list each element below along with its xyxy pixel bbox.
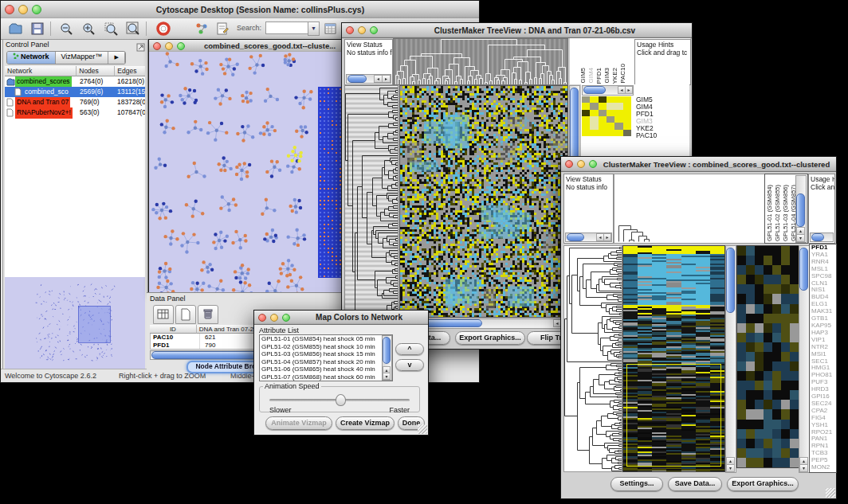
attribute-list-scrollbar[interactable]: ▴ ▾ <box>382 335 392 381</box>
tab-network[interactable]: Network <box>7 52 56 64</box>
resize-grip[interactable] <box>826 488 835 498</box>
col-edges[interactable]: Edges <box>115 66 145 76</box>
minimize-icon[interactable] <box>577 160 585 168</box>
dialog-title-bar[interactable]: Map Colors to Network <box>254 311 428 325</box>
attribute-item[interactable]: GPL51-06 (GSM865) heat shock 40 min <box>260 365 392 373</box>
attribute-item[interactable]: GPL51-07 (GSM868) heat shock 60 min <box>260 373 392 381</box>
minimize-icon[interactable] <box>358 26 366 34</box>
zoom-in-icon[interactable] <box>79 20 98 37</box>
zoom-window-icon[interactable] <box>370 26 378 34</box>
usage-hints-panel: Usage Hints Click and drag tc <box>634 39 691 85</box>
row-dendrogram[interactable] <box>563 245 622 472</box>
close-icon[interactable] <box>258 314 266 322</box>
help-lifebuoy-icon[interactable] <box>154 20 173 37</box>
zoom-window-icon[interactable] <box>589 160 597 168</box>
treeview2-title-bar[interactable]: ClusterMaker TreeView : combined_scores_… <box>561 157 836 172</box>
gene-label[interactable]: MON2 <box>811 464 836 471</box>
network-view-title: combined_scores_good.txt--cluste... <box>185 41 355 50</box>
resize-grip[interactable] <box>418 424 427 434</box>
network-view-title-bar[interactable]: combined_scores_good.txt--cluste... <box>149 40 355 53</box>
search-input[interactable] <box>265 21 308 34</box>
attribute-item[interactable]: GPL51-03 (GSM856) heat shock 15 min <box>260 350 392 358</box>
search-dropdown-button[interactable]: ▼ <box>308 21 320 36</box>
speed-slider-thumb[interactable] <box>336 394 346 406</box>
save-data-button[interactable]: Save Data... <box>668 477 722 491</box>
animation-speed-group: Animation Speed Slower Faster <box>259 382 420 412</box>
toolbar-divider <box>50 21 51 36</box>
settings-button[interactable]: Settings... <box>610 477 663 491</box>
zoom-fit-icon[interactable] <box>124 20 143 37</box>
save-icon[interactable] <box>28 20 47 37</box>
zoom-window-icon[interactable] <box>177 42 185 50</box>
map-colors-dialog: Map Colors to Network Attribute List GPL… <box>253 310 429 436</box>
zoom-heatmap[interactable] <box>582 96 631 136</box>
view-status-scrollbar[interactable]: ◂ ▸ <box>346 74 391 84</box>
column-label-vscrollbar[interactable]: ▴ ▾ <box>795 175 807 243</box>
usage-hints-scrollbar[interactable] <box>810 232 834 242</box>
view-status-title: View Status <box>345 40 392 49</box>
zoom-vscrollbar[interactable]: ▴ ▾ <box>799 245 810 473</box>
tab-vizmapper[interactable]: VizMapper™ <box>56 52 109 64</box>
column-dendrogram[interactable] <box>614 174 765 244</box>
minimize-icon[interactable] <box>270 314 278 322</box>
network-row[interactable]: DNA and Tran 07769(0)183728(0) <box>5 97 145 107</box>
zoom-heatmap[interactable] <box>736 245 799 468</box>
tab-overflow-arrow[interactable]: ▶ <box>108 52 124 64</box>
network-edges: 183728(0) <box>117 98 145 106</box>
row-dendrogram[interactable] <box>344 85 398 318</box>
attribute-item[interactable]: GPL51-01 (GSM854) heat shock 05 min <box>260 335 392 343</box>
minimize-icon[interactable] <box>18 5 28 14</box>
close-icon[interactable] <box>565 160 573 168</box>
gene-label[interactable]: PAC10 <box>636 132 689 139</box>
close-icon[interactable] <box>346 26 354 34</box>
id-column-header[interactable]: ID <box>150 325 197 334</box>
col-nodes[interactable]: Nodes <box>77 66 115 76</box>
animation-speed-label: Animation Speed <box>263 382 321 390</box>
zoom-hscrollbar[interactable]: ◂ ▸ <box>582 85 634 96</box>
move-down-button[interactable]: v <box>395 359 424 371</box>
delete-attribute-trash-icon[interactable] <box>198 305 218 324</box>
open-folder-icon[interactable] <box>6 20 25 37</box>
attribute-select-icon[interactable] <box>153 305 174 324</box>
close-icon[interactable] <box>5 5 14 14</box>
new-attribute-icon[interactable] <box>175 305 196 324</box>
column-dendrogram[interactable] <box>393 38 568 85</box>
usage-hints-panel: Usage Hi Click an <box>808 174 835 244</box>
network-canvas[interactable] <box>149 52 353 292</box>
network-row[interactable]: RNAPuberNov2+!563(0)107847(0) <box>5 107 145 118</box>
attribute-item[interactable]: GPL51-02 (GSM855) heat shock 10 min <box>260 343 392 351</box>
minimize-icon[interactable] <box>165 42 173 50</box>
annotation-icon[interactable] <box>213 20 232 37</box>
column-label: PFD1 <box>595 68 603 84</box>
attribute-list[interactable]: GPL51-01 (GSM854) heat shock 05 minGPL51… <box>259 334 393 381</box>
animate-vizmap-button[interactable]: Animate Vizmap <box>265 416 332 430</box>
network-row[interactable]: combined_sco2569(6)13112(15) <box>5 87 145 97</box>
zoom-window-icon[interactable] <box>282 314 290 322</box>
attribute-table-icon[interactable] <box>321 20 340 37</box>
col-network[interactable]: Network <box>5 66 77 76</box>
export-graphics-button[interactable]: Export Graphics... <box>727 477 799 491</box>
global-heatmap[interactable] <box>622 245 725 472</box>
close-icon[interactable] <box>153 42 161 50</box>
birdseye-view[interactable] <box>5 277 145 369</box>
zoom-out-icon[interactable] <box>57 20 76 37</box>
network-edges: 16218(0) <box>117 77 144 85</box>
global-heatmap[interactable] <box>399 85 568 318</box>
move-up-button[interactable]: ^ <box>395 343 424 355</box>
create-vizmap-button[interactable]: Create Vizmap <box>336 416 395 430</box>
main-title-bar[interactable]: Cytoscape Desktop (Session Name: collins… <box>1 1 479 19</box>
attribute-item[interactable]: GPL51-04 (GSM857) heat shock 20 min <box>260 358 392 366</box>
zoom-window-icon[interactable] <box>32 5 41 14</box>
float-panel-icon[interactable] <box>136 41 145 55</box>
export-graphics-button[interactable]: Export Graphics... <box>455 331 525 345</box>
view-status-panel: View Status No status info ◂ ▸ <box>563 174 614 244</box>
view-status-scrollbar[interactable]: ◂ ▸ <box>565 232 612 242</box>
treeview1-title-bar[interactable]: ClusterMaker TreeView : DNA and Tran 07-… <box>342 23 692 38</box>
network-row[interactable]: combined_scores2764(0)16218(0) <box>5 76 145 87</box>
panel-tabs: Network VizMapper™ ▶ <box>6 51 126 64</box>
column-label: GPL51-01 (GSM854) <box>766 185 774 241</box>
plugin-nodes-icon[interactable] <box>192 20 211 37</box>
zoom-selected-icon[interactable] <box>101 20 120 37</box>
global-vscrollbar[interactable]: ▴ ▾ <box>725 245 736 473</box>
dialog-title: Map Colors to Network <box>290 313 428 322</box>
